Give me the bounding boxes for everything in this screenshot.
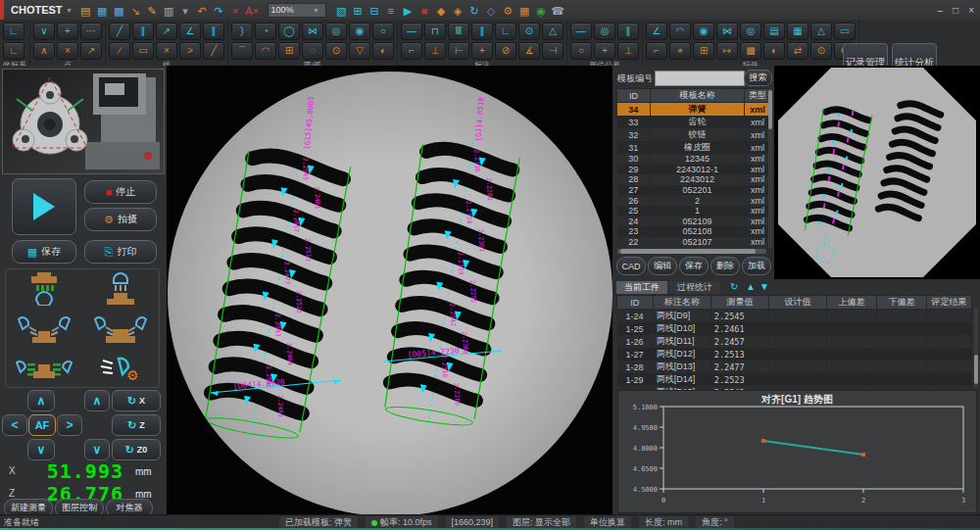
tool-icon[interactable]: ⊙: [325, 42, 347, 60]
tool-icon[interactable]: ↦: [716, 42, 738, 60]
tool-icon[interactable]: ⊞: [278, 42, 300, 60]
grid-icon[interactable]: ▦: [516, 2, 533, 20]
clipboard-caret-icon[interactable]: ▾: [177, 2, 194, 20]
template-cell[interactable]: 34: [617, 103, 651, 117]
template-cell[interactable]: 22: [617, 237, 651, 248]
clipboard-icon[interactable]: ▥: [161, 2, 177, 20]
template-cell[interactable]: xml: [745, 185, 771, 196]
tool-icon[interactable]: Ⅲ: [448, 23, 469, 40]
col-annotation-name[interactable]: 标注名称: [653, 296, 710, 310]
measurement-cell[interactable]: [927, 373, 972, 386]
template-cell[interactable]: 1: [651, 206, 745, 217]
template-cell[interactable]: xml: [745, 154, 771, 165]
template-row[interactable]: 31橡皮圈xml: [617, 141, 771, 154]
template-cell[interactable]: 28: [617, 174, 651, 185]
edit-icon[interactable]: ✎: [144, 2, 161, 20]
measurement-cell[interactable]: [877, 322, 927, 335]
tool-icon[interactable]: ◉: [349, 23, 370, 40]
layers-icon[interactable]: ≡: [383, 2, 400, 20]
template-cell[interactable]: 2: [651, 195, 745, 206]
measurement-cell[interactable]: 1-28: [617, 361, 654, 373]
template-cell[interactable]: 32: [617, 128, 651, 141]
tool-icon[interactable]: ⊙: [810, 42, 832, 60]
jog-right-button[interactable]: >: [57, 414, 82, 436]
template-cell[interactable]: 23: [617, 226, 651, 237]
tool-icon[interactable]: ◯: [278, 23, 300, 40]
tool-icon[interactable]: ⊣: [542, 42, 564, 60]
tool-icon[interactable]: ⊞: [693, 42, 714, 60]
col-lower-deviation[interactable]: 下偏差: [877, 296, 927, 310]
tool-icon[interactable]: ⊙: [518, 23, 540, 40]
tool-icon[interactable]: +: [594, 42, 615, 60]
load-template-button[interactable]: 加载: [742, 257, 771, 275]
template-cell[interactable]: xml: [745, 195, 771, 206]
measurement-cell[interactable]: [827, 348, 877, 361]
side-light-left-right-button[interactable]: [13, 312, 75, 345]
template-cell[interactable]: xml: [745, 174, 771, 185]
delete-all-icon[interactable]: A×: [244, 2, 261, 20]
template-cell[interactable]: 052107: [651, 237, 745, 248]
template-cell[interactable]: 齿轮: [651, 116, 745, 128]
tool-icon[interactable]: ⊢: [448, 42, 469, 60]
measurement-cell[interactable]: [877, 361, 927, 373]
tab-process-statistics[interactable]: 过程统计: [669, 281, 720, 294]
tool-icon[interactable]: ↗: [80, 42, 102, 60]
template-cell[interactable]: 25: [617, 206, 651, 217]
tool-icon[interactable]: >: [179, 42, 201, 60]
tool-icon[interactable]: ∧: [33, 42, 55, 60]
tool-icon[interactable]: ⌒: [231, 42, 253, 60]
side-light-both-button[interactable]: [89, 312, 152, 345]
tool-icon[interactable]: ▽: [349, 42, 370, 60]
tool-icon[interactable]: ∡: [518, 42, 540, 60]
tool-icon[interactable]: ×: [156, 42, 177, 60]
measurement-cell[interactable]: [827, 310, 877, 323]
move-down-icon[interactable]: ▼: [760, 281, 769, 292]
measurement-cell[interactable]: [877, 310, 927, 323]
measurement-cell[interactable]: 两线[D11]: [653, 335, 710, 348]
stop-icon[interactable]: ■: [416, 2, 433, 20]
main-camera-view[interactable]: 2.25452.24612.24572.25132.24772.25232.25…: [167, 66, 612, 514]
measurement-cell[interactable]: [768, 361, 826, 373]
tool-icon[interactable]: ○: [372, 23, 394, 40]
measurement-cell[interactable]: [827, 335, 877, 348]
measurement-cell[interactable]: [768, 310, 826, 323]
measurement-cell[interactable]: [877, 373, 927, 386]
measurement-cell[interactable]: 1-26: [617, 335, 654, 348]
pointer-icon[interactable]: ◈: [450, 2, 466, 20]
print-button[interactable]: ⎘ 打印: [84, 240, 157, 264]
compare-view-icon[interactable]: ⊟: [367, 2, 383, 20]
tool-icon[interactable]: ◎: [325, 23, 347, 40]
edit-template-button[interactable]: 编辑: [648, 257, 677, 275]
template-cell[interactable]: 24: [617, 217, 651, 227]
tool-icon[interactable]: —: [401, 23, 422, 40]
tool-icon[interactable]: ╱: [203, 42, 224, 60]
template-cell[interactable]: 30: [617, 154, 651, 165]
measurement-cell[interactable]: [927, 310, 972, 323]
measurement-cell[interactable]: 2.2477: [710, 361, 768, 373]
tool-icon[interactable]: ▭: [132, 42, 154, 60]
tool-icon[interactable]: ∥: [203, 23, 224, 40]
light-settings-button[interactable]: ⚙: [89, 351, 152, 384]
measurement-cell[interactable]: [927, 361, 972, 373]
tool-icon[interactable]: ): [231, 23, 253, 40]
tool-icon[interactable]: △: [810, 23, 832, 40]
measurement-cell[interactable]: 2.2457: [710, 335, 768, 348]
measurement-cell[interactable]: 两线[D9]: [653, 310, 710, 323]
measurement-cell[interactable]: [827, 373, 877, 386]
template-row[interactable]: 251xml: [617, 206, 771, 217]
measurement-cell[interactable]: [877, 335, 927, 348]
measurement-cell[interactable]: 2.2523: [710, 373, 768, 386]
align-view-icon[interactable]: ⊞: [350, 2, 367, 20]
measurement-row[interactable]: 1-24两线[D9]2.2545: [617, 310, 972, 323]
tool-icon[interactable]: —: [570, 23, 592, 40]
template-cell[interactable]: 2243012-1: [651, 165, 745, 175]
measurement-cell[interactable]: 两线[D14]: [653, 373, 710, 386]
measurement-cell[interactable]: [927, 322, 972, 335]
template-search-input[interactable]: [655, 71, 745, 86]
template-cell[interactable]: xml: [745, 116, 771, 128]
template-cell[interactable]: 27: [617, 185, 651, 196]
tool-icon[interactable]: ◠: [669, 23, 691, 40]
measurement-cell[interactable]: [877, 348, 927, 361]
ring-light-top-button[interactable]: [13, 272, 75, 306]
delete-template-button[interactable]: 删除: [710, 257, 740, 275]
